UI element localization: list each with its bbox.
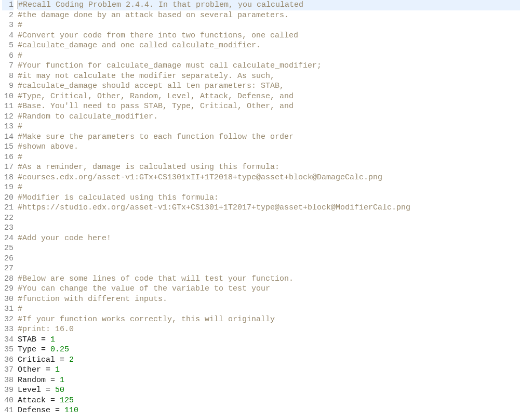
code-line[interactable]: [18, 254, 520, 264]
code-line[interactable]: #As a reminder, damage is calculated usi…: [18, 162, 520, 173]
line-number: 20: [2, 193, 14, 203]
code-token-comment: #: [18, 183, 22, 192]
code-line[interactable]: #print: 16.0: [18, 324, 520, 335]
line-number: 18: [2, 173, 14, 183]
line-number: 27: [2, 264, 14, 274]
code-token-comment: #courses.edx.org/asset-v1:GTx+CS1301xII+…: [18, 173, 382, 182]
code-token-comment: #Add your code here!: [18, 234, 111, 243]
code-line[interactable]: #calculate_damage should accept all ten …: [18, 81, 520, 91]
code-token-comment: #print: 16.0: [18, 325, 74, 334]
code-line[interactable]: #courses.edx.org/asset-v1:GTx+CS1301xII+…: [18, 173, 520, 183]
code-line[interactable]: #: [18, 182, 520, 193]
line-number: 22: [2, 213, 14, 224]
code-token-op: =: [50, 396, 60, 405]
code-token-number: 125: [60, 396, 74, 405]
code-token-ident: Attack: [18, 396, 50, 405]
code-line[interactable]: #: [18, 122, 520, 132]
code-line[interactable]: #Your function for calculate_damage must…: [18, 61, 520, 71]
code-line[interactable]: #: [18, 304, 520, 314]
code-line[interactable]: Type = 0.25: [18, 345, 520, 355]
code-line[interactable]: Random = 1: [18, 375, 520, 386]
code-token-ident: Defense: [18, 406, 55, 415]
code-line[interactable]: #Make sure the parameters to each functi…: [18, 132, 520, 142]
line-number: 3: [2, 20, 14, 31]
code-token-number: 50: [55, 386, 64, 395]
code-line[interactable]: #calculate_damage and one called calcula…: [18, 41, 520, 51]
line-number: 41: [2, 405, 14, 416]
line-number: 21: [2, 203, 14, 213]
code-line[interactable]: #https://studio.edx.org/asset-v1:GTx+CS1…: [18, 203, 520, 213]
code-token-op: =: [41, 345, 50, 354]
line-number: 13: [2, 122, 14, 132]
code-line[interactable]: #Modifier is calculated using this formu…: [18, 193, 520, 203]
code-token-comment: #calculate_damage and one called calcula…: [18, 41, 261, 50]
code-line[interactable]: #Type, Critical, Other, Random, Level, A…: [18, 91, 520, 102]
line-number: 6: [2, 51, 14, 61]
code-line[interactable]: Attack = 125: [18, 396, 520, 406]
line-number: 36: [2, 355, 14, 365]
line-number: 11: [2, 101, 14, 112]
text-caret: [18, 1, 18, 9]
code-token-ident: STAB: [18, 335, 41, 344]
code-editor[interactable]: 1234567891011121314151617181920212223242…: [0, 0, 520, 416]
code-token-comment: #Base. You'll need to pass STAB, Type, C…: [18, 102, 294, 111]
code-token-comment: #shown above.: [18, 142, 78, 151]
code-line[interactable]: #You can change the value of the variabl…: [18, 284, 520, 294]
code-line[interactable]: #it may not calculate the modifier separ…: [18, 71, 520, 82]
code-token-op: =: [41, 335, 50, 344]
code-area[interactable]: #Recall Coding Problem 2.4.4. In that pr…: [18, 0, 520, 416]
line-number: 1: [2, 0, 14, 10]
code-line[interactable]: Defense = 110: [18, 405, 520, 416]
code-line[interactable]: Other = 1: [18, 365, 520, 375]
line-number: 39: [2, 385, 14, 396]
code-line[interactable]: #Below are some lines of code that will …: [18, 274, 520, 284]
line-number: 25: [2, 243, 14, 254]
code-line[interactable]: [18, 223, 520, 233]
code-token-number: 110: [64, 406, 78, 415]
code-line[interactable]: [18, 213, 520, 224]
code-line[interactable]: #: [18, 152, 520, 163]
line-number: 14: [2, 132, 14, 142]
code-line[interactable]: Level = 50: [18, 385, 520, 396]
code-token-op: =: [46, 386, 55, 395]
line-number: 32: [2, 314, 14, 325]
code-line[interactable]: [18, 264, 520, 274]
line-number: 28: [2, 274, 14, 284]
code-token-comment: #Make sure the parameters to each functi…: [18, 133, 294, 141]
code-token-number: 1: [50, 335, 55, 344]
line-number: 4: [2, 31, 14, 41]
code-token-ident: Type: [18, 345, 41, 354]
code-line[interactable]: #shown above.: [18, 142, 520, 152]
line-number: 8: [2, 71, 14, 82]
code-token-ident: Level: [18, 386, 46, 395]
code-token-comment: #Convert your code from there into two f…: [18, 31, 298, 40]
line-number-gutter: 1234567891011121314151617181920212223242…: [0, 0, 18, 416]
line-number: 2: [2, 10, 14, 21]
code-line[interactable]: #Base. You'll need to pass STAB, Type, C…: [18, 101, 520, 112]
line-number: 34: [2, 335, 14, 345]
code-line[interactable]: #If your function works correctly, this …: [18, 314, 520, 325]
code-token-comment: #: [18, 153, 22, 162]
code-token-number: 1: [55, 365, 60, 374]
line-number: 16: [2, 152, 14, 163]
code-line[interactable]: #: [18, 20, 520, 31]
code-token-comment: #: [18, 21, 22, 30]
code-line[interactable]: #function with different inputs.: [18, 294, 520, 305]
line-number: 38: [2, 375, 14, 386]
code-line[interactable]: [18, 243, 520, 254]
code-line[interactable]: #Random to calculate_modifier.: [18, 112, 520, 122]
code-line[interactable]: #: [18, 51, 520, 61]
code-token-comment: #Type, Critical, Other, Random, Level, A…: [18, 92, 294, 101]
code-line[interactable]: #Recall Coding Problem 2.4.4. In that pr…: [18, 0, 520, 10]
code-token-comment: #You can change the value of the variabl…: [18, 284, 270, 293]
code-line[interactable]: Critical = 2: [18, 355, 520, 365]
code-line[interactable]: #Add your code here!: [18, 233, 520, 244]
line-number: 17: [2, 162, 14, 173]
code-line[interactable]: #Convert your code from there into two f…: [18, 31, 520, 41]
line-number: 23: [2, 223, 14, 233]
code-line[interactable]: STAB = 1: [18, 335, 520, 345]
code-line[interactable]: #the damage done by an attack based on s…: [18, 10, 520, 21]
code-token-comment: #: [18, 305, 22, 313]
code-token-op: =: [55, 406, 64, 415]
line-number: 9: [2, 81, 14, 91]
